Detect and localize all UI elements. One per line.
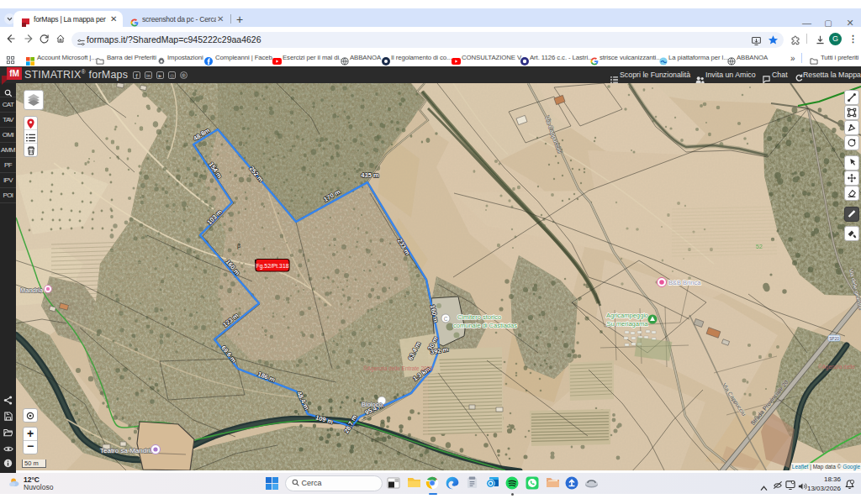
svg-text:comunale di Castiadas: comunale di Castiadas [453, 322, 517, 329]
svg-text:B&B Brinca: B&B Brinca [668, 279, 701, 286]
svg-text:Agricampeggio: Agricampeggio [606, 312, 648, 319]
svg-text:Bioloco: Bioloco [362, 401, 383, 408]
svg-text:SP20: SP20 [829, 337, 839, 341]
svg-text:435 m: 435 m [361, 171, 379, 179]
svg-text:Cimitero storico: Cimitero storico [457, 313, 501, 321]
svg-text:C: C [444, 316, 448, 322]
svg-text:Teatro sa Mandria: Teatro sa Mandria [100, 447, 155, 454]
svg-text:Su meriagama: Su meriagama [607, 320, 649, 328]
svg-text:Mandria: Mandria [20, 286, 44, 294]
svg-text:52: 52 [756, 244, 763, 249]
svg-text:©Agenzia delle Entrate 2025: ©Agenzia delle Entrate 2025 [363, 365, 433, 372]
svg-text:β: β [237, 243, 240, 249]
svg-text:©Agenzia delle: ©Agenzia delle [818, 364, 855, 370]
svg-text:Fg.52/Pt.318: Fg.52/Pt.318 [256, 263, 289, 270]
